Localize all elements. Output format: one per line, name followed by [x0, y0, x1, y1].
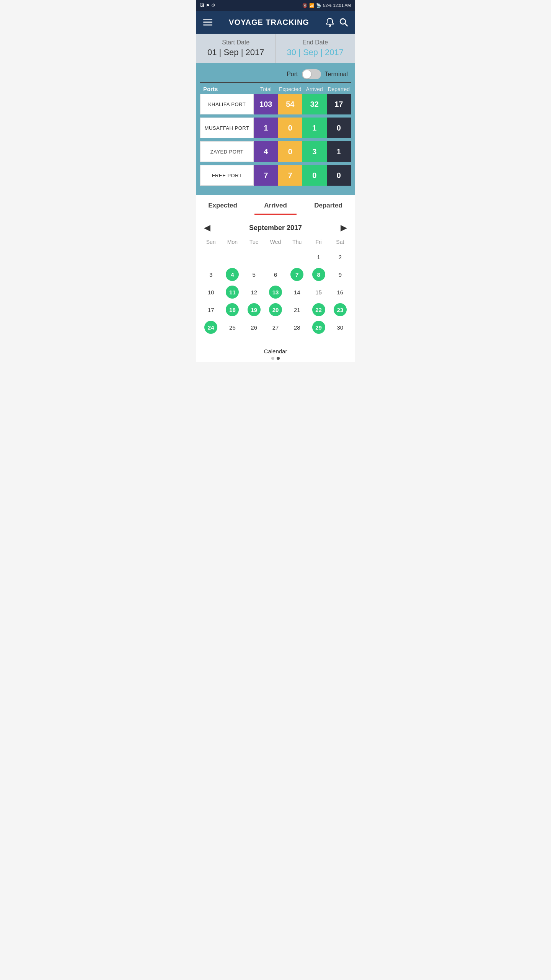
calendar-day[interactable]: 3 — [200, 266, 222, 283]
calendar-day[interactable]: 5 — [243, 266, 265, 283]
time-display: 12:01 AM — [333, 3, 351, 8]
normal-day[interactable]: 16 — [334, 286, 347, 299]
calendar-day[interactable]: 17 — [200, 301, 222, 318]
calendar-day[interactable]: 27 — [265, 318, 286, 336]
highlighted-day[interactable]: 18 — [226, 303, 239, 316]
port-name-cell[interactable]: MUSAFFAH PORT — [200, 118, 254, 138]
date-row: Start Date 01 | Sep | 2017 End Date 30 |… — [196, 34, 355, 63]
calendar-day[interactable]: 8 — [308, 266, 329, 283]
calendar-area: ◀ September 2017 ▶ SunMonTueWedThuFriSat… — [196, 215, 355, 344]
table-header: Ports Total Expected Arrived Departed — [200, 84, 351, 94]
calendar-day[interactable]: 25 — [222, 318, 243, 336]
calendar-prev-button[interactable]: ◀ — [200, 221, 214, 234]
calendar-day[interactable]: 20 — [265, 301, 286, 318]
normal-day[interactable]: 3 — [204, 268, 217, 281]
calendar-day[interactable]: 2 — [329, 248, 351, 266]
port-terminal-toggle[interactable] — [302, 69, 321, 79]
calendar-day[interactable]: 23 — [329, 301, 351, 318]
calendar-weekday: Wed — [265, 239, 286, 248]
calendar-day[interactable]: 10 — [200, 283, 222, 301]
calendar-day[interactable]: 28 — [286, 318, 308, 336]
normal-day[interactable]: 10 — [204, 286, 217, 299]
calendar-day[interactable]: 16 — [329, 283, 351, 301]
calendar-weekday: Fri — [308, 239, 329, 248]
calendar-day[interactable]: 19 — [243, 301, 265, 318]
normal-day[interactable]: 30 — [334, 321, 347, 334]
calendar-day[interactable]: 18 — [222, 301, 243, 318]
expected-cell: 0 — [278, 141, 303, 162]
mute-icon: 🔇 — [302, 3, 308, 8]
ports-table-area: Ports Total Expected Arrived Departed KH… — [196, 82, 355, 195]
calendar-day[interactable]: 1 — [308, 248, 329, 266]
normal-day[interactable]: 6 — [269, 268, 282, 281]
highlighted-day[interactable]: 8 — [312, 268, 325, 281]
normal-day[interactable]: 25 — [226, 321, 239, 334]
toggle-knob — [303, 70, 311, 78]
highlighted-day[interactable]: 13 — [269, 286, 282, 299]
highlighted-day[interactable]: 19 — [248, 303, 261, 316]
normal-day[interactable]: 28 — [290, 321, 303, 334]
port-name-cell[interactable]: ZAYED PORT — [200, 141, 254, 162]
terminal-label: Terminal — [325, 71, 348, 78]
calendar-day[interactable]: 30 — [329, 318, 351, 336]
normal-day[interactable]: 26 — [248, 321, 261, 334]
highlighted-day[interactable]: 29 — [312, 321, 325, 334]
bell-button[interactable] — [326, 18, 334, 27]
calendar-day[interactable]: 24 — [200, 318, 222, 336]
calendar-day[interactable]: 29 — [308, 318, 329, 336]
battery-label: 52% — [323, 3, 331, 8]
col-header-total: Total — [254, 86, 278, 92]
table-row: KHALIFA PORT 103 54 32 17 — [200, 94, 351, 114]
normal-day[interactable]: 27 — [269, 321, 282, 334]
normal-day[interactable]: 5 — [248, 268, 261, 281]
calendar-week-row: 12 — [200, 248, 351, 266]
port-name-cell[interactable]: FREE PORT — [200, 165, 254, 186]
highlighted-day[interactable]: 4 — [226, 268, 239, 281]
normal-day[interactable]: 15 — [312, 286, 325, 299]
calendar-day[interactable]: 9 — [329, 266, 351, 283]
calendar-day[interactable]: 21 — [286, 301, 308, 318]
end-date-col[interactable]: End Date 30 | Sep | 2017 — [276, 34, 355, 63]
expected-cell: 54 — [278, 94, 303, 114]
tab-arrived[interactable]: Arrived — [249, 195, 302, 215]
menu-button[interactable] — [203, 19, 212, 26]
calendar-day[interactable]: 6 — [265, 266, 286, 283]
calendar-day[interactable]: 11 — [222, 283, 243, 301]
departed-cell: 17 — [327, 94, 351, 114]
highlighted-day[interactable]: 11 — [226, 286, 239, 299]
port-name-cell[interactable]: KHALIFA PORT — [200, 94, 254, 114]
start-date-col[interactable]: Start Date 01 | Sep | 2017 — [196, 34, 276, 63]
normal-day[interactable]: 12 — [248, 286, 261, 299]
calendar-day[interactable]: 13 — [265, 283, 286, 301]
highlighted-day[interactable]: 24 — [204, 321, 217, 334]
calendar-day[interactable]: 7 — [286, 266, 308, 283]
highlighted-day[interactable]: 7 — [290, 268, 303, 281]
calendar-day[interactable]: 4 — [222, 266, 243, 283]
normal-day[interactable]: 21 — [290, 303, 303, 316]
arrived-cell: 32 — [302, 94, 327, 114]
tab-departed[interactable]: Departed — [302, 195, 355, 215]
normal-day[interactable]: 14 — [290, 286, 303, 299]
svg-line-5 — [345, 23, 347, 26]
normal-day[interactable]: 9 — [334, 268, 347, 281]
highlighted-day[interactable]: 22 — [312, 303, 325, 316]
highlighted-day[interactable]: 23 — [334, 303, 347, 316]
search-button[interactable] — [339, 18, 348, 27]
page-dot[interactable] — [277, 357, 280, 360]
calendar-day[interactable]: 15 — [308, 283, 329, 301]
normal-day[interactable]: 17 — [204, 303, 217, 316]
calendar-next-button[interactable]: ▶ — [337, 221, 351, 234]
highlighted-day[interactable]: 20 — [269, 303, 282, 316]
normal-day[interactable]: 2 — [334, 250, 347, 263]
total-cell: 4 — [254, 141, 278, 162]
calendar-day[interactable]: 26 — [243, 318, 265, 336]
calendar-day[interactable]: 22 — [308, 301, 329, 318]
calendar-day[interactable]: 12 — [243, 283, 265, 301]
page-dot[interactable] — [271, 357, 274, 360]
tabs-area: Expected Arrived Departed — [196, 195, 355, 215]
calendar-day[interactable]: 14 — [286, 283, 308, 301]
status-right-icons: 🔇 📶 📡 52% 12:01 AM — [302, 3, 351, 8]
normal-day[interactable]: 1 — [312, 250, 325, 263]
calendar-week-row: 24252627282930 — [200, 318, 351, 336]
tab-expected[interactable]: Expected — [196, 195, 249, 215]
